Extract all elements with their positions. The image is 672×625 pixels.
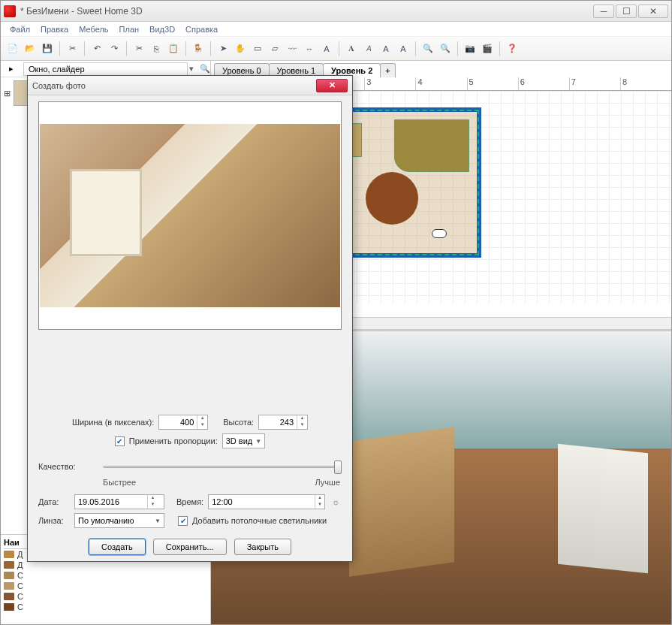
add-furniture-icon[interactable]: 🪑: [191, 41, 206, 56]
furniture-table[interactable]: [366, 172, 418, 225]
quality-slider[interactable]: [103, 459, 342, 474]
menu-help[interactable]: Справка: [181, 23, 222, 35]
add-lights-label: Добавить потолочные светильники: [192, 516, 327, 525]
pan-icon[interactable]: ✋: [233, 41, 248, 56]
window-title: * БезИмени - Sweet Home 3D: [20, 6, 593, 17]
sun-icon[interactable]: ☼: [330, 496, 342, 508]
zoom-out-icon[interactable]: 🔍: [438, 41, 453, 56]
photo-dialog: Создать фото ✕ Ширина (в пикселах): ▲▼ В…: [27, 75, 353, 562]
dimension-icon[interactable]: ↔: [302, 41, 317, 56]
apply-ratio-label: Применить пропорции:: [129, 436, 218, 445]
copy-icon[interactable]: ⎘: [149, 41, 164, 56]
paste-icon[interactable]: 📋: [166, 41, 181, 56]
save-button[interactable]: Сохранить...: [153, 539, 227, 555]
list-item[interactable]: С: [4, 581, 207, 591]
furniture-3d: [558, 444, 648, 574]
width-label: Ширина (в пикселах):: [72, 418, 154, 427]
zoom-in-icon[interactable]: 🔍: [420, 41, 435, 56]
spin-down-icon[interactable]: ▼: [297, 422, 307, 429]
time-input[interactable]: [209, 497, 315, 506]
redo-icon[interactable]: ↷: [107, 41, 122, 56]
text-italic-icon[interactable]: 𝘈: [361, 41, 376, 56]
lens-combo[interactable]: По умолчанию▼: [74, 513, 164, 528]
list-item[interactable]: С: [4, 591, 207, 602]
date-spinner[interactable]: ▲▼: [74, 494, 164, 509]
text-size-up-icon[interactable]: A: [378, 41, 393, 56]
slider-thumb[interactable]: [334, 460, 342, 474]
room-icon[interactable]: ▱: [267, 41, 282, 56]
spin-down-icon[interactable]: ▼: [197, 422, 207, 429]
list-item[interactable]: С: [4, 602, 207, 612]
app-icon: [4, 5, 16, 17]
dialog-title: Создать фото: [32, 81, 316, 90]
apply-ratio-checkbox[interactable]: ✔: [115, 436, 125, 446]
height-spinner[interactable]: ▲▼: [258, 415, 308, 430]
lens-label: Линза:: [38, 516, 70, 525]
spin-up-icon[interactable]: ▲: [148, 495, 158, 502]
menu-file[interactable]: Файл: [5, 23, 35, 35]
menu-view3d[interactable]: Вид3D: [145, 23, 179, 35]
cut-icon[interactable]: ✂: [131, 41, 146, 56]
photo-icon[interactable]: 📷: [463, 41, 478, 56]
spin-up-icon[interactable]: ▲: [197, 415, 207, 422]
preview-image: [40, 124, 340, 307]
chevron-down-icon: ▼: [155, 518, 161, 524]
wall-icon[interactable]: ▭: [250, 41, 265, 56]
spin-up-icon[interactable]: ▲: [315, 495, 324, 502]
maximize-button[interactable]: ☐: [616, 5, 637, 18]
toolbar: 📄 📂 💾 ✂ ↶ ↷ ✂ ⎘ 📋 🪑 ➤ ✋ ▭ ▱ 〰 ↔ A 𝐀 𝘈 A …: [1, 37, 671, 61]
time-label: Время:: [176, 497, 203, 506]
text-bold-icon[interactable]: 𝐀: [344, 41, 359, 56]
width-spinner[interactable]: ▲▼: [158, 415, 208, 430]
quality-label: Качество:: [38, 462, 98, 471]
help-icon[interactable]: ❓: [505, 41, 520, 56]
menu-plan[interactable]: План: [115, 23, 144, 35]
chevron-down-icon: ▼: [255, 438, 261, 445]
open-icon[interactable]: 📂: [23, 41, 38, 56]
undo-icon[interactable]: ↶: [89, 41, 104, 56]
close-button[interactable]: ✕: [638, 5, 668, 18]
save-icon[interactable]: 💾: [40, 41, 55, 56]
spin-up-icon[interactable]: ▲: [297, 415, 307, 422]
text-icon[interactable]: A: [319, 41, 334, 56]
new-icon[interactable]: 📄: [5, 41, 20, 56]
date-input[interactable]: [75, 497, 147, 506]
dialog-close-button[interactable]: ✕: [316, 79, 348, 92]
add-lights-checkbox[interactable]: ✔: [178, 516, 188, 526]
quality-fast-label: Быстрее: [103, 478, 136, 487]
time-spinner[interactable]: ▲▼: [208, 494, 325, 509]
dialog-titlebar: Создать фото ✕: [28, 76, 352, 95]
text-size-down-icon[interactable]: A: [396, 41, 411, 56]
date-label: Дата:: [38, 497, 70, 506]
camera-icon[interactable]: [432, 229, 447, 238]
create-button[interactable]: Создать: [89, 539, 146, 555]
width-input[interactable]: [159, 418, 197, 427]
menubar: Файл Правка Мебель План Вид3D Справка: [1, 22, 671, 37]
titlebar: * БезИмени - Sweet Home 3D ─ ☐ ✕: [1, 1, 671, 22]
list-item[interactable]: С: [4, 570, 207, 581]
height-input[interactable]: [259, 418, 297, 427]
close-dialog-button[interactable]: Закрыть: [234, 539, 291, 555]
spin-down-icon[interactable]: ▼: [315, 502, 324, 509]
menu-edit[interactable]: Правка: [36, 23, 73, 35]
ratio-combo[interactable]: 3D вид▼: [222, 433, 265, 448]
catalog-selected[interactable]: Окно, слайдер: [23, 62, 188, 76]
furniture-3d: [349, 427, 454, 577]
height-label: Высота:: [223, 418, 254, 427]
photo-preview: [38, 101, 342, 330]
furniture-sofa[interactable]: [394, 119, 469, 172]
tab-add-level[interactable]: +: [380, 63, 395, 77]
spin-down-icon[interactable]: ▼: [148, 502, 158, 509]
video-icon[interactable]: 🎬: [480, 41, 495, 56]
polyline-icon[interactable]: 〰: [285, 41, 300, 56]
minimize-button[interactable]: ─: [593, 5, 614, 18]
select-icon[interactable]: ➤: [215, 41, 231, 56]
quality-best-label: Лучше: [315, 478, 340, 487]
preferences-icon[interactable]: ✂: [65, 41, 80, 56]
menu-furniture[interactable]: Мебель: [74, 23, 113, 35]
